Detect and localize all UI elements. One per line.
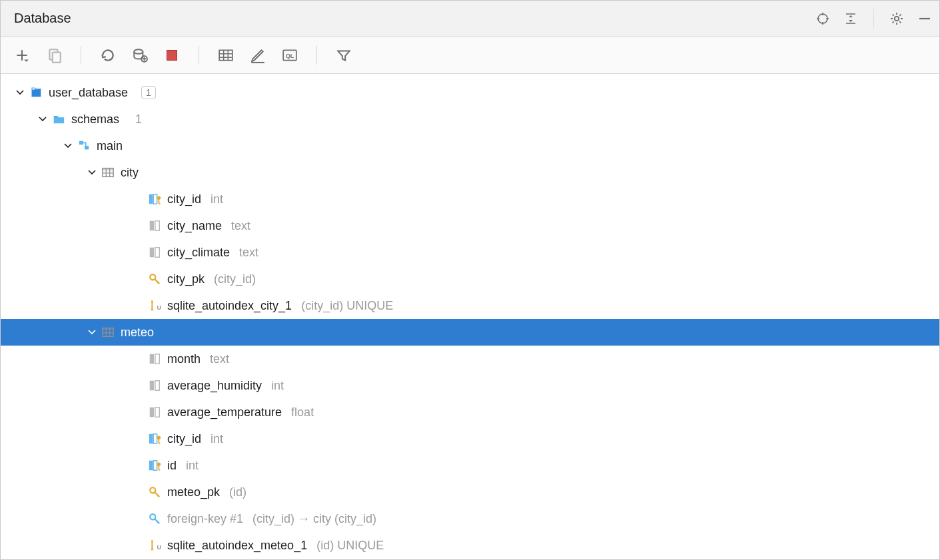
detail-label: (city_id) <box>214 272 256 287</box>
type-label: int <box>186 458 199 473</box>
node-index-sqlite-autoindex-city-1[interactable]: sqlite_autoindex_city_1(city_id) UNIQUE <box>1 292 939 319</box>
node-label: city_pk <box>167 272 205 287</box>
node-label: average_temperature <box>167 405 282 420</box>
col-icon <box>147 378 162 393</box>
expand-chevron-icon[interactable] <box>38 115 47 123</box>
node-label: city_id <box>167 192 201 207</box>
node-label: schemas <box>71 112 119 127</box>
fk-icon <box>147 511 162 526</box>
separator <box>873 9 874 29</box>
table-icon <box>101 165 115 180</box>
node-index-sqlite-autoindex-meteo-1[interactable]: sqlite_autoindex_meteo_1(id) UNIQUE <box>1 532 939 559</box>
type-label: int <box>211 192 223 207</box>
folder-icon <box>51 112 66 127</box>
type-label: int <box>211 431 223 447</box>
database-panel: Database user_database1schemas1maincityc… <box>0 0 940 560</box>
key-icon <box>147 272 162 286</box>
object-count-badge: 1 <box>141 86 156 99</box>
index-icon <box>147 298 162 313</box>
detail-label: (city_id) → city (city_id) <box>252 511 376 527</box>
node-table-city[interactable]: city <box>1 159 939 186</box>
locate-icon[interactable] <box>815 11 831 27</box>
type-label: text <box>210 352 229 367</box>
open-query-console-icon[interactable] <box>280 46 299 65</box>
duplicate-icon[interactable] <box>45 46 63 65</box>
node-label: average_humidity <box>167 378 262 394</box>
separator <box>81 46 81 65</box>
node-schemas[interactable]: schemas1 <box>1 106 939 133</box>
database-icon <box>29 85 43 100</box>
node-table-meteo[interactable]: meteo <box>1 319 939 346</box>
node-key-meteo-pk[interactable]: meteo_pk(id) <box>1 479 939 505</box>
filter-icon[interactable] <box>334 46 353 65</box>
node-col-month[interactable]: monthtext <box>1 346 939 372</box>
node-label: sqlite_autoindex_city_1 <box>167 298 292 314</box>
node-pkcol-city-id[interactable]: city_idint <box>1 186 939 212</box>
type-label: int <box>271 378 284 394</box>
detail-label: (city_id) UNIQUE <box>301 298 393 314</box>
settings-icon[interactable] <box>889 11 905 27</box>
col-icon <box>147 405 162 420</box>
panel-header: Database <box>1 1 939 37</box>
index-icon <box>147 538 162 553</box>
count-label: 1 <box>135 112 142 127</box>
node-pkcol-id[interactable]: idint <box>1 452 939 479</box>
node-label: meteo_pk <box>167 485 220 500</box>
separator <box>316 46 317 65</box>
expand-chevron-icon[interactable] <box>87 168 97 176</box>
node-pkcol-city-id[interactable]: city_idint <box>1 425 939 452</box>
pkcol-icon <box>147 192 162 206</box>
node-label: city_climate <box>167 245 230 260</box>
panel-title: Database <box>14 11 815 26</box>
edit-ddl-icon[interactable] <box>248 46 267 65</box>
toolbar <box>1 37 939 74</box>
node-key-city-pk[interactable]: city_pk(city_id) <box>1 266 939 292</box>
stop-icon[interactable] <box>163 46 181 65</box>
table-icon <box>101 325 115 340</box>
type-label: text <box>231 218 250 234</box>
collapse-all-icon[interactable] <box>843 11 859 27</box>
node-label: meteo <box>121 325 154 340</box>
key-icon <box>147 485 162 499</box>
type-label: text <box>239 245 258 260</box>
type-label: float <box>291 405 314 420</box>
expand-chevron-icon[interactable] <box>63 142 73 150</box>
pkcol-icon <box>147 431 162 446</box>
expand-chevron-icon[interactable] <box>87 328 97 336</box>
node-col-city-climate[interactable]: city_climatetext <box>1 239 939 266</box>
node-fk-foreign-key-1[interactable]: foreign-key #1(city_id) → city (city_id) <box>1 505 939 532</box>
node-label: month <box>167 352 201 367</box>
detail-label: (id) <box>229 485 246 500</box>
schema-icon <box>77 139 91 153</box>
hide-panel-icon[interactable] <box>917 11 933 27</box>
refresh-icon[interactable] <box>99 46 117 65</box>
node-database[interactable]: user_database1 <box>1 79 939 106</box>
detail-label: (id) UNIQUE <box>316 538 384 553</box>
node-label: city_id <box>167 431 201 447</box>
add-datasource-icon[interactable] <box>13 46 31 65</box>
node-label: city <box>121 165 139 180</box>
col-icon <box>147 352 162 366</box>
node-col-city-name[interactable]: city_nametext <box>1 212 939 239</box>
separator <box>199 46 199 65</box>
node-schema-main[interactable]: main <box>1 133 939 159</box>
node-col-average-temperature[interactable]: average_temperaturefloat <box>1 399 939 425</box>
node-label: id <box>167 458 177 473</box>
node-label: sqlite_autoindex_meteo_1 <box>167 538 307 553</box>
datasource-properties-icon[interactable] <box>131 46 149 65</box>
node-label: user_database <box>49 85 128 101</box>
object-tree[interactable]: user_database1schemas1maincitycity_idint… <box>1 74 939 559</box>
node-col-average-humidity[interactable]: average_humidityint <box>1 372 939 399</box>
open-table-icon[interactable] <box>217 46 235 65</box>
node-label: city_name <box>167 218 222 234</box>
pkcol-icon <box>147 458 162 473</box>
expand-chevron-icon[interactable] <box>15 89 25 97</box>
col-icon <box>147 218 162 233</box>
col-icon <box>147 245 162 260</box>
node-label: main <box>97 139 123 154</box>
node-label: foreign-key #1 <box>167 511 243 527</box>
